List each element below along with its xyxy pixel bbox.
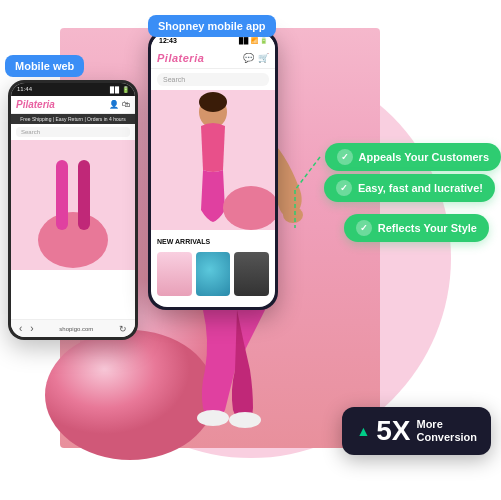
phone-shopney-new-arrivals-label: NEW ARRIVALS [151,234,275,249]
label-mobile-web-text: Mobile web [15,60,74,72]
badge-conversion: ▲ 5X More Conversion [342,407,491,455]
svg-point-6 [229,412,261,428]
svg-point-7 [283,207,303,223]
phone-web-brand: Pilateria [16,99,55,110]
check-icon-appeals: ✓ [337,149,353,165]
conversion-more: More [416,418,477,431]
phone-shopney-nav: Pilateria 💬 🛒 [151,48,275,69]
phone-shopney-search[interactable]: Search [157,73,269,86]
badge-reflects-text: Reflects Your Style [378,222,477,234]
battery-icon: 🔋 [260,37,267,44]
product-thumb-2[interactable] [196,252,231,296]
signal-icon: ▉▉ [239,37,249,44]
phone-web-bottom-icons: ‹ › [19,323,34,334]
scene: 11:44 ▉▉ 🔋 Pilateria 👤 🛍 Free Shipping |… [0,0,501,500]
label-mobile-web: Mobile web [5,55,84,77]
badge-reflects: ✓ Reflects Your Style [344,214,489,242]
product-thumb-3[interactable] [234,252,269,296]
badge-easy: ✓ Easy, fast and lucrative! [324,174,495,202]
conversion-text: More Conversion [416,418,477,444]
phone-shopney-product-row [151,252,275,296]
person-icon: 👤 [109,100,119,109]
phone-web-screen: 11:44 ▉▉ 🔋 Pilateria 👤 🛍 Free Shipping |… [11,83,135,337]
svg-point-11 [38,212,108,268]
phone-shopney-status-icons: ▉▉ 📶 🔋 [239,37,267,44]
phone-web-product-image [11,140,135,270]
badge-appeals: ✓ Appeals Your Customers [325,143,501,171]
check-icon-reflects: ✓ [356,220,372,236]
phone-shopney: 12:43 ▉▉ 📶 🔋 Pilateria 💬 🛒 Search [148,30,278,310]
up-triangle-icon: ▲ [356,423,370,439]
conversion-label: Conversion [416,431,477,444]
phone-shopney-time: 12:43 [159,37,177,44]
chat-icon[interactable]: 💬 [243,53,254,63]
forward-icon[interactable]: › [30,323,33,334]
phone-web-signal: ▉▉ 🔋 [110,86,129,93]
badge-appeals-text: Appeals Your Customers [359,151,489,163]
svg-rect-12 [56,160,68,230]
phone-web-bottom-bar: ‹ › shopigo.com ↻ [11,319,135,337]
phone-web-status: 11:44 ▉▉ 🔋 [11,83,135,96]
label-shopney-text: Shopney mobile app [158,20,266,32]
cart-icon[interactable]: 🛒 [258,53,269,63]
product-thumb-1[interactable] [157,252,192,296]
phone-shopney-product-image [151,90,275,230]
svg-point-5 [197,410,229,426]
refresh-icon[interactable]: ↻ [119,324,127,334]
phone-shopney-nav-icons: 💬 🛒 [243,53,269,63]
phone-web-nav: Pilateria 👤 🛍 [11,96,135,114]
phone-web-search: Search [16,127,130,137]
phone-web-promo: Free Shipping | Easy Return | Orders in … [11,114,135,124]
phone-shopney-brand: Pilateria [157,52,204,64]
label-shopney-app: Shopney mobile app [148,15,276,37]
svg-point-16 [199,92,227,112]
badge-easy-text: Easy, fast and lucrative! [358,182,483,194]
back-icon[interactable]: ‹ [19,323,22,334]
phone-web: 11:44 ▉▉ 🔋 Pilateria 👤 🛍 Free Shipping |… [8,80,138,340]
phone-web-url: shopigo.com [59,326,93,332]
bag-icon: 🛍 [122,100,130,109]
search-label: Search [163,76,185,83]
phone-web-time: 11:44 [17,86,32,93]
svg-rect-13 [78,160,90,230]
phone-shopney-screen: 12:43 ▉▉ 📶 🔋 Pilateria 💬 🛒 Search [151,33,275,307]
conversion-number: 5X [376,417,410,445]
phone-web-nav-icons: 👤 🛍 [109,100,130,109]
wifi-icon: 📶 [251,37,258,44]
check-icon-easy: ✓ [336,180,352,196]
